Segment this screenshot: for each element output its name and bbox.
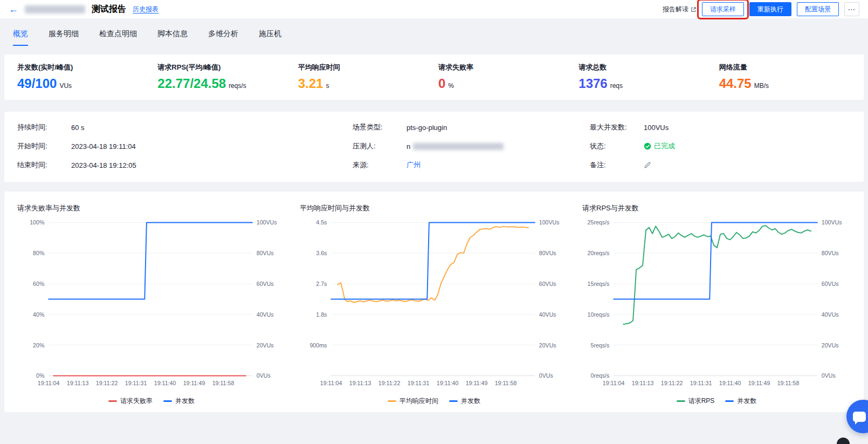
info-tester: 压测人: n [348, 141, 585, 151]
stat-label: 请求失败率 [438, 63, 574, 72]
svg-text:60VUs: 60VUs [539, 281, 556, 287]
chart-canvas: 0reqs/s5reqs/s10reqs/s15reqs/s20reqs/s25… [582, 215, 851, 395]
svg-text:19:11:31: 19:11:31 [408, 380, 430, 386]
svg-text:19:11:49: 19:11:49 [466, 380, 488, 386]
chart-canvas: 0%20%40%60%80%100%0VUs20VUs40VUs60VUs80V… [17, 215, 286, 395]
info-label: 最大并发数: [590, 122, 644, 132]
rerun-button[interactable]: 重新执行 [749, 2, 791, 16]
svg-text:80VUs: 80VUs [257, 250, 274, 256]
hidden-corner-widget[interactable] [837, 438, 850, 444]
chart-title: 平均响应时间与并发数 [300, 203, 568, 213]
chart-legend: 请求RPS并发数 [582, 397, 851, 406]
chart-response-time-vs-concurrency: 平均响应时间与并发数 900ms1.8s2.7s3.6s4.5s0VUs20VU… [295, 203, 573, 406]
svg-text:20reqs/s: 20reqs/s [588, 250, 610, 256]
tab-overview[interactable]: 概览 [13, 29, 28, 46]
svg-text:80VUs: 80VUs [539, 250, 556, 256]
info-value: 100VUs [644, 124, 669, 132]
svg-text:20VUs: 20VUs [822, 342, 839, 349]
stat-network-traffic: 网络流量 44.75MB/s [715, 63, 855, 91]
test-info-card: 持续时间: 60 s 场景类型: pts-go-plugin 最大并发数: 10… [4, 112, 864, 182]
svg-text:19:11:49: 19:11:49 [748, 380, 770, 386]
chart-failure-rate-vs-concurrency: 请求失败率与并发数 0%20%40%60%80%100%0VUs20VUs40V… [13, 203, 290, 406]
report-interpret-link[interactable]: 报告解读 [663, 5, 697, 14]
tab-script-info[interactable]: 脚本信息 [157, 29, 188, 46]
legend-swatch [163, 400, 172, 402]
svg-text:20%: 20% [33, 342, 45, 349]
source-region-link[interactable]: 广州 [407, 160, 421, 170]
svg-text:100VUs: 100VUs [822, 219, 842, 226]
stat-unit: reqs [610, 82, 623, 90]
tab-service-detail[interactable]: 服务明细 [49, 29, 79, 46]
svg-text:40VUs: 40VUs [257, 311, 274, 318]
svg-text:19:11:22: 19:11:22 [96, 380, 118, 386]
info-label: 持续时间: [17, 122, 71, 132]
blurred-tester-name [413, 143, 504, 150]
svg-text:0VUs: 0VUs [257, 372, 271, 379]
stat-value: 3.21 [298, 76, 323, 91]
tab-load-generator[interactable]: 施压机 [259, 29, 281, 46]
legend-label: 请求失败率 [120, 397, 153, 406]
history-reports-link[interactable]: 历史报表 [133, 5, 159, 14]
legend-item[interactable]: 并发数 [725, 397, 756, 406]
chat-bubble-icon [853, 412, 866, 422]
status-text: 已完成 [654, 141, 675, 151]
stat-value: 22.77/24.58 [157, 76, 226, 91]
info-label: 压测人: [353, 141, 407, 151]
stat-unit: MB/s [754, 82, 769, 90]
chart-title: 请求RPS与并发数 [582, 203, 851, 213]
info-duration: 持续时间: 60 s [13, 122, 348, 132]
external-link-icon [691, 6, 697, 12]
svg-text:0%: 0% [36, 372, 45, 379]
info-value: 60 s [71, 124, 85, 132]
svg-text:15reqs/s: 15reqs/s [588, 281, 610, 287]
stat-failure-rate: 请求失败率 0% [434, 63, 574, 91]
info-remark: 备注: [585, 160, 855, 170]
info-source: 来源: 广州 [348, 160, 585, 170]
info-label: 开始时间: [17, 141, 71, 151]
svg-text:19:11:58: 19:11:58 [777, 380, 800, 386]
svg-text:40VUs: 40VUs [822, 311, 839, 318]
svg-text:5reqs/s: 5reqs/s [590, 342, 609, 349]
legend-item[interactable]: 平均响应时间 [388, 397, 438, 406]
legend-swatch [677, 400, 685, 402]
svg-text:80VUs: 80VUs [822, 250, 839, 256]
svg-text:0VUs: 0VUs [822, 372, 836, 379]
stat-concurrency: 并发数(实时/峰值) 49/100VUs [13, 63, 153, 91]
svg-text:19:11:58: 19:11:58 [212, 380, 235, 386]
legend-label: 并发数 [737, 397, 756, 406]
legend-item[interactable]: 请求RPS [677, 397, 715, 406]
legend-item[interactable]: 并发数 [163, 397, 195, 406]
request-sampling-button[interactable]: 请求采样 [702, 2, 744, 16]
tab-checkpoint-detail[interactable]: 检查点明细 [99, 29, 137, 46]
svg-text:19:11:04: 19:11:04 [38, 380, 60, 386]
tab-multidim-analysis[interactable]: 多维分析 [208, 29, 238, 46]
info-label: 来源: [353, 160, 407, 170]
info-label: 备注: [590, 160, 644, 170]
stat-avg-response-time: 平均响应时间 3.21s [294, 63, 434, 91]
svg-text:10reqs/s: 10reqs/s [588, 311, 610, 318]
svg-text:100%: 100% [30, 219, 45, 226]
svg-text:4.5s: 4.5s [316, 219, 327, 226]
info-value: 2023-04-18 19:11:04 [71, 142, 136, 151]
svg-text:19:11:13: 19:11:13 [67, 380, 89, 386]
stat-value: 49/100 [17, 76, 57, 91]
svg-text:60VUs: 60VUs [257, 281, 274, 287]
legend-label: 并发数 [175, 397, 195, 406]
legend-label: 平均响应时间 [399, 397, 438, 406]
back-icon[interactable]: ← [9, 4, 18, 14]
edit-remark-icon[interactable] [644, 161, 651, 169]
svg-text:60VUs: 60VUs [822, 281, 839, 287]
configure-scene-button[interactable]: 配置场景 [797, 2, 839, 16]
stat-label: 网络流量 [719, 63, 855, 72]
charts-card: 请求失败率与并发数 0%20%40%60%80%100%0VUs20VUs40V… [4, 192, 864, 412]
legend-item[interactable]: 并发数 [449, 397, 480, 406]
info-value: pts-go-plugin [407, 124, 447, 132]
svg-text:100VUs: 100VUs [539, 219, 560, 226]
svg-text:25reqs/s: 25reqs/s [588, 219, 610, 226]
legend-item[interactable]: 请求失败率 [108, 397, 153, 406]
chart-canvas: 900ms1.8s2.7s3.6s4.5s0VUs20VUs40VUs60VUs… [300, 215, 568, 395]
svg-text:900ms: 900ms [309, 342, 327, 349]
stat-unit: s [326, 82, 329, 90]
chart-title: 请求失败率与并发数 [17, 203, 286, 213]
more-actions-button[interactable]: ⋯ [844, 2, 859, 16]
